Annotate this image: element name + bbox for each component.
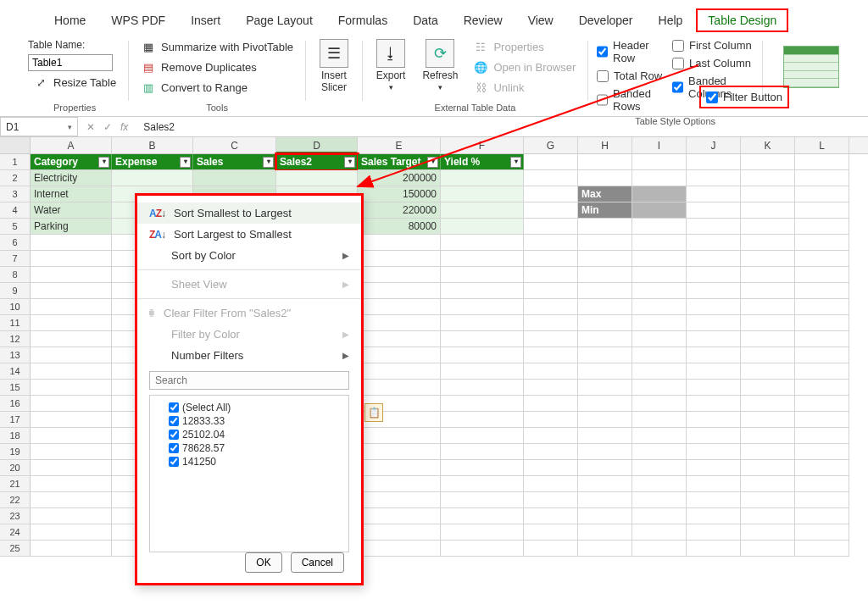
row-header-5[interactable]: 5 <box>0 219 31 235</box>
row-header-24[interactable]: 24 <box>0 524 31 541</box>
summarize-pivot-button[interactable]: ▦ Summarize with PivotTable <box>136 37 298 56</box>
col-header-C[interactable]: C <box>193 137 276 153</box>
col-header-F[interactable]: F <box>441 137 524 153</box>
row-header-10[interactable]: 10 <box>0 299 31 315</box>
cancel-formula-icon[interactable]: ✕ <box>83 121 98 133</box>
empty-cell[interactable] <box>687 299 741 315</box>
empty-cell[interactable] <box>31 299 112 315</box>
empty-cell[interactable] <box>741 315 795 331</box>
empty-cell[interactable] <box>795 460 849 476</box>
empty-cell[interactable] <box>578 154 632 170</box>
row-header-7[interactable]: 7 <box>0 251 31 267</box>
empty-cell[interactable] <box>31 508 112 524</box>
empty-cell[interactable] <box>795 267 849 283</box>
empty-cell[interactable] <box>687 347 741 363</box>
empty-cell[interactable] <box>741 476 795 492</box>
empty-cell[interactable] <box>632 283 687 299</box>
col-header-G[interactable]: G <box>524 137 578 153</box>
empty-cell[interactable] <box>795 476 849 492</box>
empty-cell[interactable] <box>578 267 632 283</box>
empty-cell[interactable] <box>31 251 112 267</box>
empty-cell[interactable] <box>687 428 741 444</box>
table-header-expense[interactable]: Expense▾ <box>112 154 193 170</box>
empty-cell[interactable] <box>441 331 524 347</box>
empty-cell[interactable] <box>441 347 524 363</box>
empty-cell[interactable] <box>578 331 632 347</box>
empty-cell[interactable] <box>795 202 849 219</box>
row-header-4[interactable]: 4 <box>0 202 31 219</box>
tab-help[interactable]: Help <box>647 8 695 32</box>
empty-cell[interactable] <box>358 476 441 492</box>
tab-formulas[interactable]: Formulas <box>326 8 399 32</box>
empty-cell[interactable] <box>358 460 441 476</box>
tab-view[interactable]: View <box>516 8 565 32</box>
empty-cell[interactable] <box>31 476 112 492</box>
empty-cell[interactable] <box>687 170 741 186</box>
row-header-15[interactable]: 15 <box>0 380 31 396</box>
empty-cell[interactable] <box>31 412 112 428</box>
filter-value-item[interactable]: 78628.57 <box>157 441 342 455</box>
empty-cell[interactable] <box>741 235 795 251</box>
empty-cell[interactable] <box>741 347 795 363</box>
empty-cell[interactable] <box>741 508 795 524</box>
empty-cell[interactable] <box>741 186 795 202</box>
filter-value-item[interactable]: 25102.04 <box>157 428 342 441</box>
empty-cell[interactable] <box>441 476 524 492</box>
empty-cell[interactable] <box>31 380 112 396</box>
empty-cell[interactable] <box>524 283 578 299</box>
filter-value-item[interactable]: 12833.33 <box>157 414 342 428</box>
empty-cell[interactable] <box>632 331 687 347</box>
enter-formula-icon[interactable]: ✓ <box>100 121 115 133</box>
name-box[interactable]: D1▾ <box>0 117 78 136</box>
filter-drop-icon[interactable]: ▾ <box>344 157 355 168</box>
empty-cell[interactable] <box>795 492 849 508</box>
empty-cell[interactable] <box>632 444 687 460</box>
cell-category[interactable]: Internet <box>31 186 112 202</box>
empty-cell[interactable] <box>524 396 578 412</box>
empty-cell[interactable] <box>441 412 524 428</box>
row-header-13[interactable]: 13 <box>0 347 31 363</box>
cell-min-value[interactable] <box>632 202 687 219</box>
row-header-14[interactable]: 14 <box>0 363 31 380</box>
filter-cancel-button[interactable]: Cancel <box>291 552 344 573</box>
empty-cell[interactable] <box>358 267 441 283</box>
number-filters-item[interactable]: Number Filters▶ <box>137 345 361 366</box>
tab-data[interactable]: Data <box>401 8 450 32</box>
tab-review[interactable]: Review <box>452 8 515 32</box>
empty-cell[interactable] <box>441 251 524 267</box>
empty-cell[interactable] <box>795 251 849 267</box>
empty-cell[interactable] <box>524 541 578 557</box>
empty-cell[interactable] <box>441 267 524 283</box>
empty-cell[interactable] <box>578 412 632 428</box>
empty-cell[interactable] <box>524 508 578 524</box>
row-header-19[interactable]: 19 <box>0 444 31 460</box>
empty-cell[interactable] <box>741 202 795 219</box>
row-header-18[interactable]: 18 <box>0 428 31 444</box>
empty-cell[interactable] <box>578 363 632 380</box>
table-cell[interactable] <box>441 170 524 186</box>
tab-page-layout[interactable]: Page Layout <box>234 8 325 32</box>
export-button[interactable]: ⭳ Export▾ <box>370 37 413 97</box>
empty-cell[interactable] <box>524 476 578 492</box>
empty-cell[interactable] <box>795 283 849 299</box>
empty-cell[interactable] <box>441 444 524 460</box>
empty-cell[interactable] <box>632 347 687 363</box>
banded-rows-checkbox[interactable]: Banded Rows <box>595 86 667 114</box>
table-cell[interactable]: 220000 <box>358 202 441 219</box>
cell-category[interactable]: Water <box>31 202 112 219</box>
filter-search-input[interactable] <box>149 371 349 390</box>
empty-cell[interactable] <box>741 396 795 412</box>
empty-cell[interactable] <box>795 363 849 380</box>
col-header-A[interactable]: A <box>31 137 112 153</box>
empty-cell[interactable] <box>578 396 632 412</box>
empty-cell[interactable] <box>31 541 112 557</box>
empty-cell[interactable] <box>741 170 795 186</box>
cell-category[interactable]: Parking <box>31 219 112 235</box>
empty-cell[interactable] <box>687 315 741 331</box>
filter-ok-button[interactable]: OK <box>245 552 281 573</box>
empty-cell[interactable] <box>741 283 795 299</box>
empty-cell[interactable] <box>632 235 687 251</box>
convert-range-button[interactable]: ▥ Convert to Range <box>136 78 298 97</box>
col-header-H[interactable]: H <box>578 137 632 153</box>
row-header-2[interactable]: 2 <box>0 170 31 186</box>
